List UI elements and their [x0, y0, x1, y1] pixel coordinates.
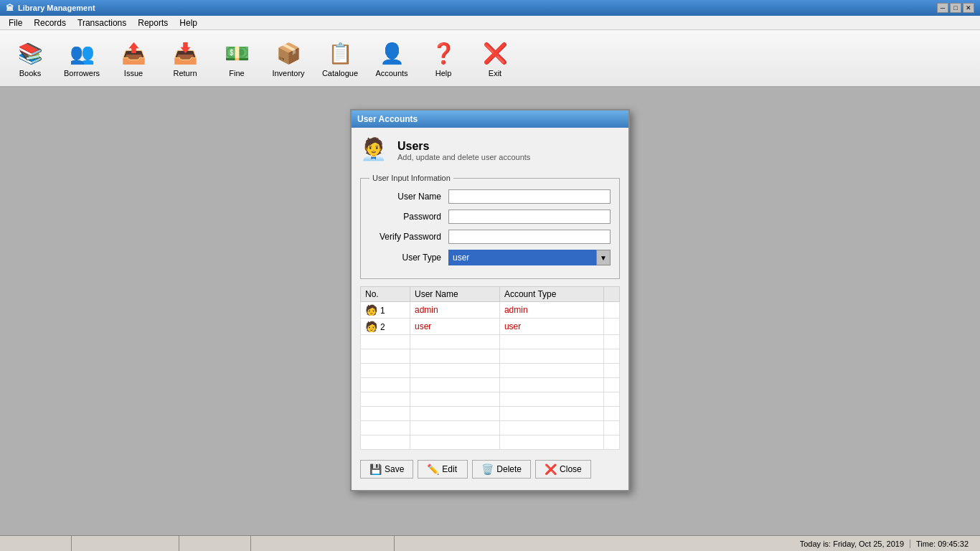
dialog-title: User Accounts [357, 114, 418, 124]
username-row: User Name [369, 189, 611, 204]
menu-bar: File Records Transactions Reports Help [0, 16, 980, 30]
col-extra [603, 287, 619, 302]
edit-icon: ✏️ [427, 463, 439, 475]
catalogue-label: Catalogue [322, 69, 358, 77]
toolbar-exit[interactable]: ❌ Exit [471, 33, 519, 83]
username-label: User Name [369, 192, 448, 202]
status-right: Today is: Friday, Oct 25, 2019 Time: 09:… [794, 540, 980, 548]
fine-icon: 💵 [222, 39, 251, 67]
cell-extra [603, 319, 619, 335]
menu-reports[interactable]: Reports [132, 17, 174, 29]
edit-label: Edit [442, 464, 457, 474]
dialog-content: 🧑‍💼 Users Add, update and delete user ac… [352, 128, 628, 490]
usertype-row: User Type user admin ▼ [369, 250, 611, 265]
table-row-empty [361, 364, 620, 378]
title-bar-text: 🏛 Library Management [6, 4, 95, 12]
status-section-3 [179, 536, 251, 551]
save-button[interactable]: 💾 Save [360, 460, 413, 479]
menu-file[interactable]: File [3, 17, 28, 29]
row-user-icon: 🧑 [365, 321, 377, 332]
users-subtitle: Add, update and delete user accounts [397, 153, 530, 161]
title-bar-controls: ─ □ ✕ [937, 3, 974, 13]
username-input[interactable] [448, 189, 611, 204]
verify-password-input[interactable] [448, 230, 611, 244]
edit-button[interactable]: ✏️ Edit [418, 460, 468, 479]
close-window-button[interactable]: ✕ [963, 3, 974, 13]
close-icon: ❌ [545, 463, 557, 475]
issue-icon: 📤 [119, 39, 148, 67]
table-row-empty [361, 421, 620, 435]
users-title: Users [397, 140, 530, 153]
status-section-1 [0, 536, 72, 551]
password-label: Password [369, 212, 448, 222]
cell-no: 🧑2 [361, 319, 410, 335]
select-arrow-icon[interactable]: ▼ [596, 250, 611, 265]
delete-label: Delete [496, 464, 522, 474]
maximize-button[interactable]: □ [950, 3, 961, 13]
app-icon: 🏛 [6, 4, 14, 12]
usertype-label: User Type [369, 253, 448, 263]
toolbar-fine[interactable]: 💵 Fine [212, 33, 261, 83]
toolbar-borrowers[interactable]: 👥 Borrowers [57, 33, 106, 83]
cell-account-type: admin [499, 302, 603, 319]
users-header: 🧑‍💼 Users Add, update and delete user ac… [360, 136, 620, 165]
menu-transactions[interactable]: Transactions [72, 17, 132, 29]
password-row: Password [369, 209, 611, 224]
save-icon: 💾 [369, 463, 382, 475]
usertype-select[interactable]: user admin [448, 250, 611, 265]
table-row[interactable]: 🧑2 user user [361, 319, 620, 335]
toolbar-inventory[interactable]: 📦 Inventory [264, 33, 313, 83]
row-user-icon: 🧑 [365, 304, 377, 316]
user-input-fieldset: User Input Information User Name Passwor… [360, 174, 620, 279]
toolbar-accounts[interactable]: 👤 Accounts [367, 33, 416, 83]
borrowers-icon: 👥 [67, 39, 96, 67]
table-row-empty [361, 435, 620, 450]
cell-extra [603, 302, 619, 319]
table-row[interactable]: 🧑1 admin admin [361, 302, 620, 319]
status-bar: Today is: Friday, Oct 25, 2019 Time: 09:… [0, 535, 980, 551]
borrowers-label: Borrowers [64, 69, 100, 77]
help-icon: ❓ [429, 39, 458, 67]
cell-account-type: user [499, 319, 603, 335]
menu-records[interactable]: Records [28, 17, 72, 29]
app-title: Library Management [18, 4, 95, 12]
usertype-select-wrap: user admin ▼ [448, 250, 611, 265]
toolbar-return[interactable]: 📥 Return [161, 33, 209, 83]
table-row-empty [361, 392, 620, 407]
dialog-titlebar: User Accounts [352, 110, 628, 128]
user-accounts-dialog: User Accounts 🧑‍💼 Users Add, update and … [350, 109, 630, 491]
cell-no: 🧑1 [361, 302, 410, 319]
books-label: Books [19, 69, 42, 77]
minimize-button[interactable]: ─ [937, 3, 948, 13]
verify-password-row: Verify Password [369, 230, 611, 244]
fieldset-legend: User Input Information [369, 174, 453, 182]
status-date: Today is: Friday, Oct 25, 2019 [794, 540, 910, 548]
toolbar-books[interactable]: 📚 Books [6, 33, 55, 83]
books-icon: 📚 [16, 39, 44, 67]
inventory-icon: 📦 [274, 39, 303, 67]
menu-help[interactable]: Help [174, 17, 203, 29]
exit-label: Exit [489, 69, 501, 77]
exit-icon: ❌ [481, 39, 509, 67]
password-input[interactable] [448, 209, 611, 224]
main-area: User Accounts 🧑‍💼 Users Add, update and … [0, 88, 980, 535]
toolbar: 📚 Books 👥 Borrowers 📤 Issue 📥 Return 💵 F… [0, 30, 980, 88]
cell-username: user [410, 319, 499, 335]
toolbar-issue[interactable]: 📤 Issue [109, 33, 158, 83]
close-button[interactable]: ❌ Close [535, 460, 591, 479]
col-account-type: Account Type [499, 287, 603, 302]
delete-button[interactable]: 🗑️ Delete [472, 460, 531, 479]
catalogue-icon: 📋 [326, 39, 354, 67]
status-time: Time: 09:45:32 [910, 540, 974, 548]
delete-icon: 🗑️ [481, 463, 494, 475]
verify-password-label: Verify Password [369, 232, 448, 242]
toolbar-catalogue[interactable]: 📋 Catalogue [316, 33, 364, 83]
accounts-label: Accounts [375, 69, 407, 77]
return-label: Return [173, 69, 197, 77]
help-label: Help [435, 69, 452, 77]
cell-username: admin [410, 302, 499, 319]
col-no: No. [361, 287, 410, 302]
users-info: Users Add, update and delete user accoun… [397, 140, 530, 161]
issue-label: Issue [124, 69, 143, 77]
toolbar-help[interactable]: ❓ Help [419, 33, 468, 83]
